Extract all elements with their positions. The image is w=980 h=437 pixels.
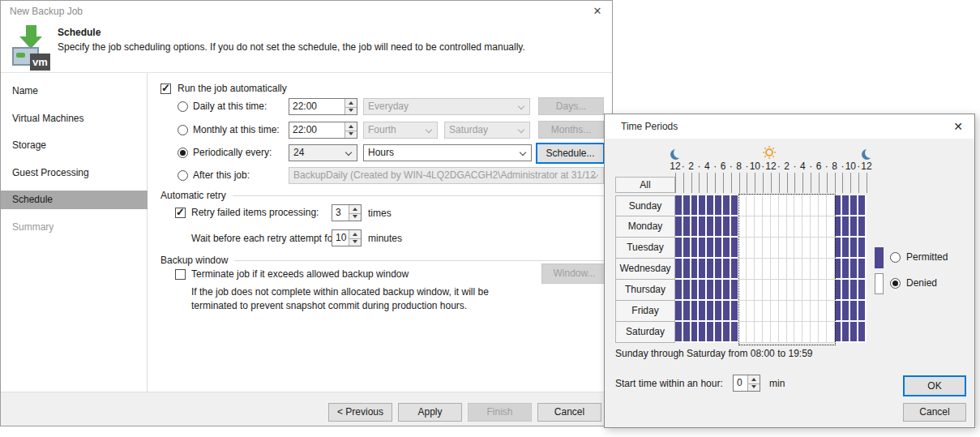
hour-cell-sunday-1[interactable]	[683, 195, 691, 216]
hour-cell-tuesday-0[interactable]	[675, 238, 683, 259]
day-header-thursday[interactable]: Thursday	[615, 279, 675, 301]
daily-time-spinner[interactable]: 22:00	[289, 98, 357, 115]
permitted-radio[interactable]	[890, 252, 901, 263]
hour-cell-thursday-23[interactable]	[858, 280, 867, 301]
schedule-button[interactable]: Schedule...	[536, 143, 605, 164]
hour-cell-friday-6[interactable]	[723, 301, 731, 322]
hour-cell-thursday-21[interactable]	[842, 280, 850, 301]
after-job-radio[interactable]	[178, 170, 188, 181]
hour-cell-saturday-20[interactable]	[835, 322, 843, 343]
close-icon[interactable]: ✕	[952, 120, 965, 133]
hour-cell-wednesday-22[interactable]	[850, 259, 858, 280]
hour-cell-tuesday-1[interactable]	[683, 238, 691, 259]
hour-cell-monday-23[interactable]	[858, 216, 867, 238]
hour-cell-sunday-20[interactable]	[835, 195, 843, 216]
start-time-spinner[interactable]: 0	[733, 375, 760, 392]
hour-cell-tuesday-6[interactable]	[723, 238, 731, 259]
hour-cell-monday-3[interactable]	[699, 216, 707, 238]
hour-cell-thursday-20[interactable]	[835, 280, 843, 301]
hour-cell-sunday-23[interactable]	[858, 195, 867, 216]
spinner-arrows-icon[interactable]	[349, 205, 361, 221]
denied-radio[interactable]	[890, 278, 901, 289]
hour-cell-saturday-2[interactable]	[691, 322, 700, 343]
hour-cell-wednesday-23[interactable]	[858, 259, 867, 280]
hour-cell-saturday-21[interactable]	[842, 322, 850, 343]
hour-cell-sunday-0[interactable]	[675, 195, 683, 216]
sidebar-item-name[interactable]: Name	[1, 82, 148, 101]
hour-cell-monday-4[interactable]	[707, 216, 715, 238]
hour-cell-monday-2[interactable]	[691, 216, 700, 238]
hour-cell-friday-23[interactable]	[858, 301, 867, 322]
spinner-arrows-icon[interactable]	[747, 375, 760, 391]
sidebar-item-storage[interactable]: Storage	[1, 136, 148, 155]
wait-minutes-spinner[interactable]: 10	[332, 229, 362, 246]
hour-cell-tuesday-3[interactable]	[699, 238, 707, 259]
time-periods-titlebar[interactable]: Time Periods ✕	[605, 114, 974, 139]
daily-radio[interactable]	[178, 101, 188, 112]
day-header-wednesday[interactable]: Wednesday	[615, 258, 675, 280]
hour-cell-sunday-4[interactable]	[707, 195, 715, 216]
hour-cell-wednesday-5[interactable]	[715, 259, 723, 280]
hour-cell-saturday-5[interactable]	[715, 322, 723, 343]
hour-cell-wednesday-21[interactable]	[842, 259, 850, 280]
hour-cell-friday-1[interactable]	[683, 301, 691, 322]
hour-cell-tuesday-21[interactable]	[842, 238, 850, 259]
hour-cell-wednesday-4[interactable]	[707, 259, 715, 280]
hour-cell-sunday-22[interactable]	[850, 195, 858, 216]
hour-cell-thursday-5[interactable]	[715, 280, 723, 301]
hour-cell-saturday-4[interactable]	[707, 322, 715, 343]
day-header-friday[interactable]: Friday	[615, 300, 675, 322]
monthly-time-spinner[interactable]: 22:00	[289, 122, 357, 139]
hour-cell-sunday-5[interactable]	[715, 195, 723, 216]
hour-cell-monday-0[interactable]	[675, 216, 683, 238]
hour-cell-monday-22[interactable]	[850, 216, 858, 238]
apply-button[interactable]: Apply	[398, 403, 462, 422]
all-row-hour-slots[interactable]	[675, 177, 867, 193]
hour-cell-saturday-3[interactable]	[699, 322, 707, 343]
hour-cell-saturday-1[interactable]	[683, 322, 691, 343]
ok-button[interactable]: OK	[903, 375, 966, 396]
sidebar-item-summary[interactable]: Summary	[1, 218, 148, 237]
spinner-arrows-icon[interactable]	[344, 122, 357, 138]
hour-cell-monday-21[interactable]	[842, 216, 850, 238]
hour-cell-wednesday-3[interactable]	[699, 259, 707, 280]
hour-cell-thursday-0[interactable]	[675, 280, 683, 301]
hour-cell-thursday-22[interactable]	[850, 280, 858, 301]
hour-cell-monday-20[interactable]	[835, 216, 843, 238]
terminate-checkbox[interactable]	[175, 269, 186, 280]
hour-cell-monday-5[interactable]	[715, 216, 723, 238]
day-header-tuesday[interactable]: Tuesday	[615, 237, 675, 259]
previous-button[interactable]: < Previous	[328, 403, 392, 422]
spinner-arrows-icon[interactable]	[349, 230, 361, 246]
hour-cell-wednesday-0[interactable]	[675, 259, 683, 280]
cancel-button[interactable]: Cancel	[903, 403, 966, 422]
hour-cell-monday-6[interactable]	[723, 216, 731, 238]
hour-cell-friday-22[interactable]	[850, 301, 858, 322]
hour-cell-friday-2[interactable]	[691, 301, 700, 322]
hour-cell-thursday-3[interactable]	[699, 280, 707, 301]
hour-cell-sunday-21[interactable]	[842, 195, 850, 216]
day-header-saturday[interactable]: Saturday	[615, 321, 675, 343]
sidebar-item-schedule[interactable]: Schedule	[1, 191, 148, 209]
hour-cell-friday-21[interactable]	[842, 301, 850, 322]
hour-cell-tuesday-22[interactable]	[850, 238, 858, 259]
sidebar-item-virtual-machines[interactable]: Virtual Machines	[1, 109, 148, 128]
hour-cell-thursday-4[interactable]	[707, 280, 715, 301]
hour-cell-wednesday-20[interactable]	[835, 259, 843, 280]
hour-cell-tuesday-4[interactable]	[707, 238, 715, 259]
all-row-header[interactable]: All	[615, 177, 675, 193]
hour-cell-friday-5[interactable]	[715, 301, 723, 322]
sidebar-item-guest-processing[interactable]: Guest Processing	[1, 164, 148, 182]
hour-cell-sunday-2[interactable]	[691, 195, 700, 216]
hour-cell-wednesday-1[interactable]	[683, 259, 691, 280]
monthly-radio[interactable]	[178, 125, 188, 135]
hour-cell-friday-0[interactable]	[675, 301, 683, 322]
close-icon[interactable]: ✕	[591, 5, 604, 18]
hour-cell-friday-4[interactable]	[707, 301, 715, 322]
hour-cell-tuesday-23[interactable]	[858, 238, 867, 259]
hour-cell-saturday-23[interactable]	[858, 322, 867, 343]
retry-count-spinner[interactable]: 3	[332, 204, 362, 221]
run-automatically-checkbox[interactable]	[160, 84, 171, 94]
hour-cell-thursday-2[interactable]	[691, 280, 700, 301]
hour-cell-tuesday-20[interactable]	[835, 238, 843, 259]
